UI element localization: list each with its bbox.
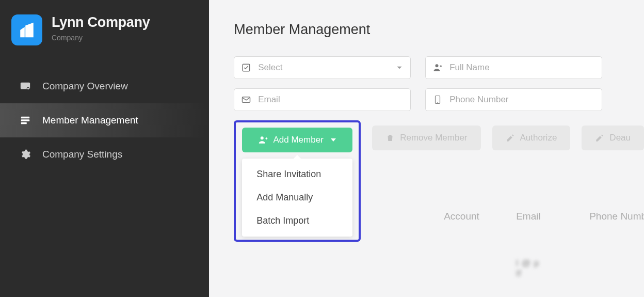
pencil-plus-icon [506,133,515,143]
toolbar: Add Member Share Invitation Add Manually… [234,120,644,242]
trash-icon [385,133,395,143]
checkbox-icon [242,63,251,72]
sidebar-item-label: Company Settings [42,149,122,160]
cell-email: l @ p lf [516,258,589,279]
sidebar-item-member-management[interactable]: Member Management [0,103,209,137]
page-title: Member Management [234,22,644,38]
sidebar-header: Lynn Company Company [0,0,209,55]
select-field[interactable]: Select [234,56,411,79]
svg-point-10 [437,102,438,103]
dropdown-batch-import[interactable]: Batch Import [242,209,352,232]
svg-rect-4 [21,119,30,121]
sidebar-item-label: Company Overview [42,81,128,92]
svg-rect-5 [21,122,27,124]
sidebar-item-company-settings[interactable]: Company Settings [0,137,209,171]
fullname-field[interactable]: Full Name [425,56,602,79]
th-email[interactable]: Email [516,211,589,222]
chevron-down-icon [396,64,403,71]
email-field[interactable]: Email [234,88,411,111]
person-icon [433,63,442,72]
svg-point-11 [261,136,264,139]
authorize-button[interactable]: Authorize [492,126,571,150]
add-member-dropdown: Share Invitation Add Manually Batch Impo… [242,159,352,237]
envelope-icon [242,95,251,104]
sidebar-item-label: Member Management [42,115,138,126]
table-header: Account Email Phone Number Join Time Las… [444,211,644,222]
select-placeholder: Select [258,62,389,73]
remove-member-button[interactable]: Remove Member [372,126,480,150]
th-account[interactable]: Account [444,211,516,222]
company-name: Lynn Company [52,14,150,30]
company-logo [11,14,42,45]
phone-placeholder: Phone Number [449,95,594,105]
dropdown-add-manually[interactable]: Add Manually [242,186,352,209]
remove-member-label: Remove Member [400,133,467,143]
person-plus-icon [259,135,268,145]
dropdown-share-invitation[interactable]: Share Invitation [242,163,352,186]
filter-row-1: Select Full Name [234,56,644,79]
building-icon [18,21,36,39]
table-row: l @ p lf 4/20/2023, 8:42:30 P [444,258,517,279]
th-phone[interactable]: Phone Number [589,211,644,222]
caret-down-icon [331,138,336,142]
svg-point-7 [436,64,439,67]
sidebar-item-company-overview[interactable]: Company Overview [0,69,209,103]
add-member-button[interactable]: Add Member [242,128,352,152]
authorize-label: Authorize [520,133,557,143]
add-member-label: Add Member [273,135,323,145]
deauthorize-label: Deau [609,133,631,143]
phone-field[interactable]: Phone Number [425,88,602,111]
svg-point-2 [27,88,29,90]
email-placeholder: Email [258,95,403,105]
company-sub-label: Company [52,34,150,42]
phone-icon [433,95,442,104]
members-icon [20,115,31,126]
svg-rect-3 [21,117,30,119]
gear-icon [20,149,31,160]
overview-icon [20,81,31,92]
sidebar: Lynn Company Company Company Overview Me… [0,0,209,297]
filter-row-2: Email Phone Number [234,88,644,111]
deauthorize-button[interactable]: Deau [582,126,644,150]
add-member-highlight: Add Member Share Invitation Add Manually… [234,120,361,242]
fullname-placeholder: Full Name [449,62,594,73]
main-content: Member Management Select Full Name Email… [209,0,644,297]
pencil-minus-icon [595,133,604,143]
sidebar-nav: Company Overview Member Management Compa… [0,69,209,171]
